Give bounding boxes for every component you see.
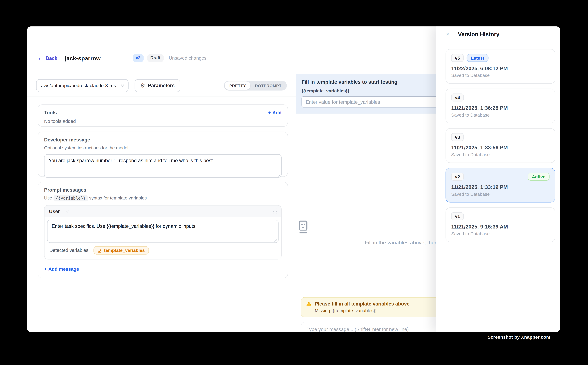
active-badge: Active xyxy=(528,173,550,181)
parameters-button[interactable]: ⚙ Parameters xyxy=(135,79,180,92)
drag-handle-icon[interactable] xyxy=(273,209,277,214)
chevron-down-icon xyxy=(121,84,125,87)
version-badge: v2 xyxy=(133,54,144,62)
model-select[interactable]: aws/anthropic/bedrock-claude-3-5-s... xyxy=(36,79,129,92)
back-button[interactable]: ← Back xyxy=(38,55,57,61)
detected-variables-label: Detected variables: xyxy=(49,248,90,253)
prompt-message-input[interactable]: Enter task specifics. Use {{template_var… xyxy=(47,220,279,243)
version-number-badge: v4 xyxy=(451,93,464,101)
parameters-label: Parameters xyxy=(148,83,175,88)
developer-message-card: Developer message Optional system instru… xyxy=(38,132,288,177)
version-card[interactable]: v5Latest11/22/2025, 6:08:12 PMSaved to D… xyxy=(446,49,555,84)
stage: ← Back jack-sparrow v2 Draft Unsaved cha… xyxy=(0,0,588,365)
version-history-drawer: ✕ Version History v5Latest11/22/2025, 6:… xyxy=(436,26,560,332)
detected-variables-row: Detected variables: template_variables xyxy=(47,243,279,259)
version-card[interactable]: v111/21/2025, 9:16:39 AMSaved to Databas… xyxy=(446,207,555,242)
close-icon[interactable]: ✕ xyxy=(446,32,450,37)
prompt-message-header: User xyxy=(44,205,281,217)
version-history-title: Version History xyxy=(458,31,499,37)
version-card[interactable]: v411/21/2025, 1:36:28 PMSaved to Databas… xyxy=(446,89,555,123)
prompt-messages-card: Prompt messages Use {{variable}} syntax … xyxy=(38,182,288,278)
tools-empty-text: No tools added xyxy=(44,119,282,124)
role-select[interactable]: User xyxy=(49,208,69,214)
developer-message-title: Developer message xyxy=(44,137,282,142)
page-title: jack-sparrow xyxy=(65,55,101,61)
toggle-pretty[interactable]: PRETTY xyxy=(225,81,250,90)
version-chip-row: v2Active xyxy=(451,173,549,181)
helper-suffix: syntax for template variables xyxy=(89,195,147,201)
version-storage-label: Saved to Database xyxy=(451,152,549,157)
prompt-messages-helper: Use {{variable}} syntax for template var… xyxy=(44,195,282,201)
back-arrow-icon: ← xyxy=(38,56,43,61)
warning-triangle-icon xyxy=(306,301,312,306)
helper-prefix: Use xyxy=(44,195,52,201)
detected-variable-name: template_variables xyxy=(104,248,145,253)
version-number-badge: v1 xyxy=(451,212,464,220)
app-window: ← Back jack-sparrow v2 Draft Unsaved cha… xyxy=(27,26,560,332)
prompt-message-block: User Enter task specifics. Use xyxy=(44,205,282,259)
version-timestamp: 11/22/2025, 6:08:12 PM xyxy=(451,65,549,71)
warning-title: Please fill in all template variables ab… xyxy=(315,301,409,307)
add-tool-button[interactable]: + Add xyxy=(268,110,281,115)
toggle-dotprompt[interactable]: DOTPROMPT xyxy=(250,81,286,90)
draft-badge: Draft xyxy=(147,54,163,62)
role-value: User xyxy=(49,208,60,214)
detected-variable-chip[interactable]: template_variables xyxy=(94,246,149,255)
version-list: v5Latest11/22/2025, 6:08:12 PMSaved to D… xyxy=(436,42,560,242)
back-label: Back xyxy=(46,55,57,61)
version-storage-label: Saved to Database xyxy=(451,231,549,236)
watermark-label: Screenshot by Xnapper.com xyxy=(434,335,550,340)
header-badges: v2 Draft Unsaved changes xyxy=(133,54,207,62)
add-message-button[interactable]: + Add message xyxy=(44,267,79,272)
prompt-messages-title: Prompt messages xyxy=(44,187,282,193)
editor-cards: Tools + Add No tools added Developer mes… xyxy=(27,97,296,278)
add-message-label: Add message xyxy=(48,267,79,272)
version-storage-label: Saved to Database xyxy=(451,192,549,197)
unsaved-changes-label: Unsaved changes xyxy=(169,56,207,61)
model-toolbar: aws/anthropic/bedrock-claude-3-5-s... ⚙ … xyxy=(27,74,296,97)
version-timestamp: 11/21/2025, 1:33:56 PM xyxy=(451,144,549,150)
developer-message-subtitle: Optional system instructions for the mod… xyxy=(44,145,282,150)
version-timestamp: 11/21/2025, 1:33:19 PM xyxy=(451,184,549,190)
version-timestamp: 11/21/2025, 9:16:39 AM xyxy=(451,224,549,230)
bot-face-icon xyxy=(296,220,310,234)
version-storage-label: Saved to Database xyxy=(451,73,549,78)
pencil-icon xyxy=(98,248,102,253)
latest-badge: Latest xyxy=(467,54,488,62)
editor-column: aws/anthropic/bedrock-claude-3-5-s... ⚙ … xyxy=(27,74,296,332)
tools-card: Tools + Add No tools added xyxy=(38,105,288,126)
add-message-row: + Add message xyxy=(44,266,282,272)
screenshot-frame: ← Back jack-sparrow v2 Draft Unsaved cha… xyxy=(0,0,588,365)
version-chip-row: v1 xyxy=(451,212,549,220)
gear-icon: ⚙ xyxy=(140,83,145,88)
view-mode-toggle: PRETTY DOTPROMPT xyxy=(224,80,287,90)
variable-syntax-chip: {{variable}} xyxy=(54,195,88,201)
version-history-header: ✕ Version History xyxy=(436,26,560,42)
prompt-message-body: Enter task specifics. Use {{template_var… xyxy=(44,217,281,259)
version-storage-label: Saved to Database xyxy=(451,112,549,118)
version-card[interactable]: v311/21/2025, 1:33:56 PMSaved to Databas… xyxy=(446,128,555,163)
developer-message-input[interactable]: You are jack sparrow number 1, respond a… xyxy=(44,154,282,178)
version-card[interactable]: v2Active11/21/2025, 1:33:19 PMSaved to D… xyxy=(446,168,555,203)
plus-icon: + xyxy=(268,110,271,115)
version-timestamp: 11/21/2025, 1:36:28 PM xyxy=(451,105,549,111)
tools-title: Tools xyxy=(44,110,57,115)
version-chip-row: v5Latest xyxy=(451,54,549,62)
model-select-value: aws/anthropic/bedrock-claude-3-5-s... xyxy=(41,83,118,88)
version-chip-row: v4 xyxy=(451,93,549,101)
version-number-badge: v3 xyxy=(451,133,464,141)
add-tool-label: Add xyxy=(272,110,282,115)
chevron-down-icon xyxy=(66,210,69,213)
version-number-badge: v2 xyxy=(451,173,464,181)
version-chip-row: v3 xyxy=(451,133,549,141)
plus-icon: + xyxy=(44,267,47,272)
version-number-badge: v5 xyxy=(451,54,464,62)
